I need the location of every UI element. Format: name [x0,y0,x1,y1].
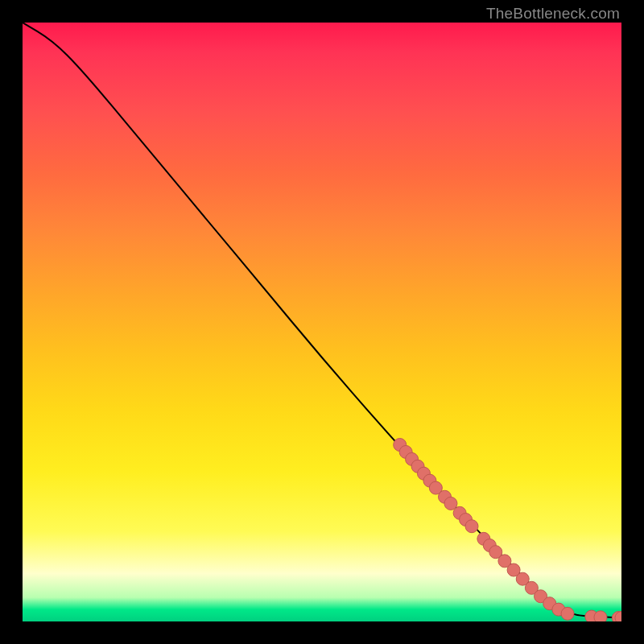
data-point [489,546,502,559]
chart-plot-area [23,23,621,621]
data-point [483,539,496,552]
data-point [394,439,407,452]
chart-svg [23,23,621,621]
data-point [417,467,430,480]
chart-curve [23,23,621,618]
data-point [429,481,442,494]
data-point [411,460,424,473]
watermark-text: TheBottleneck.com [486,5,620,23]
data-point [460,514,473,526]
data-point [453,506,466,519]
data-point [444,497,457,510]
data-point [525,581,538,594]
data-point [507,564,520,576]
data-point [543,597,556,610]
data-point [585,610,598,621]
data-point [561,607,574,620]
data-point [498,555,511,568]
data-point [423,474,436,487]
data-point [612,612,621,621]
data-point [465,520,478,533]
data-point [439,490,452,503]
data-point [399,445,412,458]
data-point [535,590,547,603]
data-point [594,611,607,621]
data-point [477,532,490,545]
data-point [516,572,529,585]
data-point [406,452,419,465]
chart-points [394,439,621,621]
data-point [615,612,621,621]
data-point [552,603,565,616]
